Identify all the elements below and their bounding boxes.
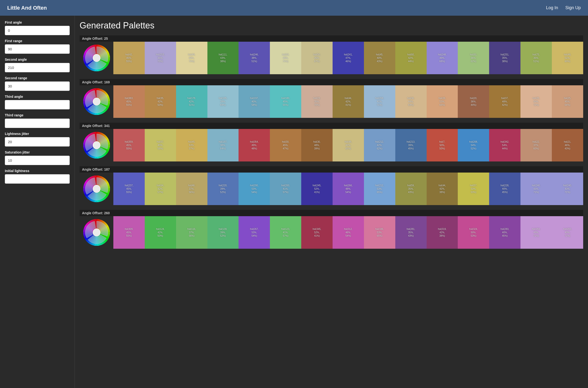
swatch-4-11[interactable]: hsl(324, 50%, 53%)	[458, 216, 489, 249]
swatch-3-14[interactable]: hsl(240, 43%, 71%)	[552, 172, 583, 205]
swatch-2-11[interactable]: hsl(208, 54%, 52%)	[458, 129, 489, 162]
swatch-3-5[interactable]: hsl(200, 41%, 57%)	[270, 172, 301, 205]
swatch-2-6[interactable]: hsl(30, 48%, 39%)	[301, 129, 332, 162]
input-third-range[interactable]	[5, 119, 70, 128]
swatch-0-14[interactable]: hsl(48, 51%, 60%)	[552, 42, 583, 74]
swatch-0-1[interactable]: hsl(253, 35%, 73%)	[145, 42, 176, 74]
swatch-label-3-12: hsl(228, 40%, 45%)	[500, 184, 509, 194]
swatch-0-8[interactable]: hsl(45, 40%, 43%)	[364, 42, 395, 74]
input-second-angle[interactable]	[5, 63, 70, 72]
swatch-0-10[interactable]: hsl(248, 49%, 68%)	[427, 42, 458, 74]
swatch-4-14[interactable]: hsl(283, 43%, 71%)	[552, 216, 583, 249]
swatch-1-1[interactable]: hsl(35, 42%, 50%)	[145, 85, 176, 118]
swatch-4-13[interactable]: hsl(283, 43%, 71%)	[520, 216, 552, 249]
svg-point-2	[92, 141, 100, 149]
swatch-1-10[interactable]: hsl(26, 53%, 66%)	[427, 85, 458, 118]
swatch-0-0[interactable]: hsl(42, 45%, 55%)	[113, 42, 145, 74]
label-first-range: First range	[5, 39, 70, 43]
swatch-1-5[interactable]: hsl(180, 45%, 55%)	[270, 85, 301, 118]
swatch-0-7[interactable]: hsl(241, 47%, 46%)	[332, 42, 364, 74]
swatch-2-4[interactable]: hsl(354, 49%, 48%)	[238, 129, 270, 162]
swatch-2-12[interactable]: hsl(342, 54%, 44%)	[489, 129, 520, 162]
swatch-label-0-7: hsl(241, 47%, 46%)	[344, 53, 353, 63]
swatch-4-7[interactable]: hsl(312, 48%, 54%)	[332, 216, 364, 249]
swatch-4-1[interactable]: hsl(124, 42%, 50%)	[145, 216, 176, 249]
swatch-1-14[interactable]: hsl(25, 45%, 64%)	[552, 85, 583, 118]
swatch-1-4[interactable]: hsl(197, 40%, 58%)	[238, 85, 270, 118]
swatch-3-3[interactable]: hsl(220, 39%, 52%)	[207, 172, 239, 205]
signup-link[interactable]: Sign Up	[565, 5, 581, 10]
swatch-2-2[interactable]: hsl(45, 53%, 57%)	[176, 129, 207, 162]
swatch-0-11[interactable]: hsl(91, 36%, 62%)	[458, 42, 489, 74]
swatch-4-2[interactable]: hsl(116, 37%, 56%)	[176, 216, 207, 249]
input-first-angle[interactable]	[5, 26, 70, 35]
swatch-label-4-8: hsl(336, 53%, 65%)	[375, 227, 384, 238]
swatch-1-2[interactable]: hsl(178, 42%, 51%)	[176, 85, 207, 118]
swatch-4-4[interactable]: hsl(267, 53%, 54%)	[238, 216, 270, 249]
swatch-label-1-11: hsl(20, 36%, 44%)	[470, 97, 477, 107]
swatch-2-0[interactable]: hsl(359, 45%, 55%)	[113, 129, 145, 162]
swatch-0-2[interactable]: hsl(49, 50%, 74%)	[176, 42, 207, 74]
main-content: Generated Palettes Angle Offset: 25hsl(4…	[75, 16, 588, 388]
swatch-2-14[interactable]: hsl(21, 46%, 43%)	[552, 129, 583, 162]
swatch-3-7[interactable]: hsl(266, 48%, 54%)	[332, 172, 364, 205]
swatch-4-0[interactable]: hsl(309, 45%, 55%)	[113, 216, 145, 249]
swatch-3-0[interactable]: hsl(237, 45%, 55%)	[113, 172, 145, 205]
swatch-3-9[interactable]: hsl(59, 35%, 43%)	[395, 172, 427, 205]
main-layout: First angleFirst rangeSecond angleSecond…	[0, 16, 588, 388]
swatch-0-4[interactable]: hsl(246, 38%, 51%)	[238, 42, 270, 74]
swatch-1-8[interactable]: hsl(208, 41%, 71%)	[364, 85, 395, 118]
svg-point-0	[92, 54, 100, 62]
input-third-angle[interactable]	[5, 100, 70, 109]
swatch-1-13[interactable]: hsl(25, 50%, 72%)	[520, 85, 552, 118]
swatch-3-1[interactable]: hsl(64, 42%, 57%)	[145, 172, 176, 205]
swatch-2-9[interactable]: hsl(213, 39%, 45%)	[395, 129, 427, 162]
swatch-3-12[interactable]: hsl(228, 40%, 45%)	[489, 172, 520, 205]
swatch-4-6[interactable]: hsl(345, 52%, 41%)	[301, 216, 332, 249]
swatch-4-12[interactable]: hsl(283, 40%, 45%)	[489, 216, 520, 249]
swatch-4-9[interactable]: hsl(281, 35%, 43%)	[395, 216, 427, 249]
swatch-3-11[interactable]: hsl(57, 50%, 53%)	[458, 172, 489, 205]
swatch-2-10[interactable]: hsl(7, 50%, 50%)	[427, 129, 458, 162]
input-second-range[interactable]	[5, 81, 70, 91]
swatch-0-9[interactable]: hsl(60, 42%, 44%)	[395, 42, 427, 74]
swatch-4-5[interactable]: hsl(123, 41%, 57%)	[270, 216, 301, 249]
swatch-1-9[interactable]: hsl(36, 44%, 69%)	[395, 85, 427, 118]
swatch-3-13[interactable]: hsl(240, 43%, 71%)	[520, 172, 552, 205]
swatch-1-7[interactable]: hsl(44, 42%, 41%)	[332, 85, 364, 118]
swatch-4-3[interactable]: hsl(139, 39%, 52%)	[207, 216, 239, 249]
login-link[interactable]: Log In	[546, 5, 558, 10]
swatch-3-4[interactable]: hsl(200, 53%, 54%)	[238, 172, 270, 205]
swatch-2-3[interactable]: hsl(197, 38%, 64%)	[207, 129, 239, 162]
swatch-0-12[interactable]: hsl(251, 35%, 38%)	[489, 42, 520, 74]
swatch-2-8[interactable]: hsl(212, 42%, 62%)	[364, 129, 395, 162]
swatch-0-6[interactable]: hsl(50, 35%, 67%)	[301, 42, 332, 74]
swatch-3-8[interactable]: hsl(212, 53%, 65%)	[364, 172, 395, 205]
swatch-0-3[interactable]: hsl(111, 43%, 38%)	[207, 42, 239, 74]
swatch-2-5[interactable]: hsl(30, 45%, 47%)	[270, 129, 301, 162]
swatch-3-10[interactable]: hsl(44, 42%, 38%)	[427, 172, 458, 205]
swatch-label-4-10: hsl(319, 42%, 38%)	[438, 227, 447, 238]
swatch-2-13[interactable]: hsl(22, 37%, 60%)	[520, 129, 552, 162]
swatch-4-10[interactable]: hsl(319, 42%, 38%)	[427, 216, 458, 249]
input-initial-lightness[interactable]	[5, 174, 70, 184]
swatch-1-6[interactable]: hsl(23, 35%, 70%)	[301, 85, 332, 118]
swatch-1-11[interactable]: hsl(20, 36%, 44%)	[458, 85, 489, 118]
input-lightness-jitter[interactable]	[5, 137, 70, 146]
input-saturation-jitter[interactable]	[5, 156, 70, 165]
swatch-label-2-10: hsl(7, 50%, 50%)	[439, 140, 445, 150]
swatch-label-4-14: hsl(283, 43%, 71%)	[563, 227, 572, 238]
swatch-2-1[interactable]: hsl(57, 45%, 58%)	[145, 129, 176, 162]
swatch-2-7[interactable]: hsl(48, 42%, 65%)	[332, 129, 364, 162]
svg-point-4	[92, 228, 100, 236]
input-first-range[interactable]	[5, 44, 70, 54]
swatch-3-6[interactable]: hsl(245, 52%, 41%)	[301, 172, 332, 205]
swatch-0-5[interactable]: hsl(59, 36%, 74%)	[270, 42, 301, 74]
swatch-3-2[interactable]: hsl(46, 37%, 56%)	[176, 172, 207, 205]
swatch-label-3-14: hsl(240, 43%, 71%)	[563, 184, 572, 194]
swatch-1-12[interactable]: hsl(37, 48%, 42%)	[489, 85, 520, 118]
swatch-4-8[interactable]: hsl(336, 53%, 65%)	[364, 216, 395, 249]
swatch-1-3[interactable]: hsl(195, 39%, 69%)	[207, 85, 239, 118]
swatch-1-0[interactable]: hsl(383, 45%, 55%)	[113, 85, 145, 118]
swatch-0-13[interactable]: hsl(75, 35%, 51%)	[520, 42, 552, 74]
